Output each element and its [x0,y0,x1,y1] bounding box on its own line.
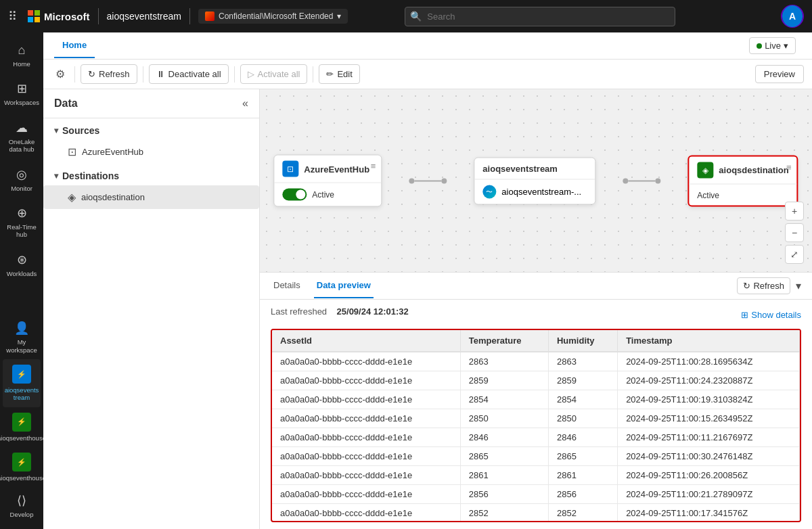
sidebar-item-monitor[interactable]: ◎ Monitor [3,162,41,198]
stream-node-header: aioqseventstream [474,158,595,179]
fit-view-button[interactable]: ⤢ [785,245,804,264]
table-row: a0a0a0a0-bbbb-cccc-dddd-e1e1e28462846202… [272,428,800,447]
cell-r5-c1: 2865 [460,447,548,466]
home-icon: ⌂ [18,43,26,58]
eventhub-icon: ⊡ [68,145,76,158]
sources-chevron-icon: ▾ [54,126,58,135]
sidebar-item-aioqs3[interactable]: ⚡ aioqseventhouse [3,447,41,487]
source-toggle[interactable] [282,189,307,201]
source-item-azureeventhub[interactable]: ⊡ AzureEventHub [43,140,259,164]
refresh-label: Refresh [99,69,130,79]
collapse-button[interactable]: « [242,97,248,110]
sidebar-item-workloads[interactable]: ⊛ Workloads [3,247,41,283]
destinations-section-header[interactable]: ▾ Destinations [43,164,259,185]
col-timestamp: Timestamp [618,330,800,352]
destination-item-aioqs[interactable]: ◈ aioqsdestination [43,185,259,209]
table-row: a0a0a0a0-bbbb-cccc-dddd-e1e1e28522852202… [272,504,800,523]
last-refreshed-label: Last refreshed [271,306,327,317]
source-flow-node[interactable]: ⊡ AzureEventHub Active [273,155,382,207]
canvas-viewport[interactable]: ⊡ AzureEventHub Active [260,89,812,272]
cell-r5-c3: 2024-09-25T11:00:30.2476148Z [618,447,800,466]
edit-button[interactable]: ✏ Edit [319,64,359,84]
tab-home[interactable]: Home [54,33,95,58]
source-toggle-row: Active [282,189,373,201]
bottom-tab-right: ↻ Refresh ▾ [737,277,801,294]
cell-r8-c2: 2852 [548,504,617,523]
table-row: a0a0a0a0-bbbb-cccc-dddd-e1e1e28592859202… [272,371,800,390]
dest-node-header: ◈ aioqsdestination [689,156,796,184]
tab-details[interactable]: Details [271,273,303,298]
source-node-body: Active [274,183,381,206]
tab-data-preview[interactable]: Data preview [314,273,374,298]
source-node-menu-icon[interactable]: ≡ [371,161,376,171]
cell-r2-c1: 2854 [460,390,548,409]
cell-r0-c0: a0a0a0a0-bbbb-cccc-dddd-e1e1e [272,352,460,371]
topbar-divider-1 [98,8,99,24]
settings-icon[interactable]: ⚙ [51,64,69,85]
col-assetid: AssetId [272,330,460,352]
data-table-wrap: AssetId Temperature Humidity Timestamp a… [271,329,801,522]
sidebar-label-myworkspace: My workspace [5,338,38,354]
dest-node-body: Active [689,184,796,205]
bottom-refresh-button[interactable]: ↻ Refresh [737,277,790,294]
canvas-controls: + − ⤢ [785,202,804,264]
sidebar-label-onelake: OneLake data hub [5,138,38,154]
cell-r4-c3: 2024-09-25T11:00:11.2167697Z [618,428,800,447]
sidebar-item-home[interactable]: ⌂ Home [3,38,41,73]
preview-button[interactable]: Preview [755,65,804,83]
expand-icon[interactable]: ▾ [796,279,801,292]
toggle-knob [296,190,305,200]
bottom-panel: Details Data preview ↻ Refresh ▾ [260,272,812,529]
cell-r1-c2: 2859 [548,371,617,390]
search-input[interactable] [405,7,675,26]
connector-1 [409,178,447,183]
tabbar-right: Live ▾ [749,37,801,54]
deactivate-label: Deactivate all [168,69,221,79]
cell-r1-c1: 2859 [460,371,548,390]
activate-all-button[interactable]: ▷ Activate all [240,64,308,84]
dest-node-menu-icon[interactable]: ≡ [786,162,792,172]
sidebar-item-onelake[interactable]: ☁ OneLake data hub [3,115,41,159]
table-row: a0a0a0a0-bbbb-cccc-dddd-e1e1e28632863202… [272,352,800,371]
show-details-icon: ⊞ [741,310,748,320]
cell-r7-c1: 2856 [460,485,548,504]
edit-icon: ✏ [326,69,334,79]
deactivate-all-button[interactable]: ⏸ Deactivate all [149,64,229,84]
sidebar-item-myworkspace[interactable]: 👤 My workspace [3,315,41,359]
cell-r3-c3: 2024-09-25T11:00:15.2634952Z [618,409,800,428]
bottom-refresh-icon: ↻ [743,281,750,291]
toolbar-right: Preview [755,65,804,83]
sidebar-label-home: Home [13,60,30,68]
cell-r4-c0: a0a0a0a0-bbbb-cccc-dddd-e1e1e [272,428,460,447]
live-badge[interactable]: Live ▾ [749,37,796,54]
stream-flow-node[interactable]: aioqseventstream 〜 aioqseventstream-... [474,157,595,204]
cell-r0-c1: 2863 [460,352,548,371]
grid-icon[interactable]: ⠿ [8,9,17,24]
refresh-button[interactable]: ↻ Refresh [81,64,137,84]
sidebar-item-develop[interactable]: ⟨⟩ Develop [3,488,41,524]
avatar[interactable]: A [782,5,803,27]
main: Home Live ▾ ⚙ ↻ Refresh ⏸ Deactivate all [43,32,812,529]
cell-r1-c0: a0a0a0a0-bbbb-cccc-dddd-e1e1e [272,371,460,390]
show-details-button[interactable]: ⊞ Show details [741,310,801,320]
aioqs1-icon: ⚡ [12,365,31,384]
cell-r6-c2: 2861 [548,466,617,485]
sidebar-label-aioqs1: aioqsevents tream [5,386,39,402]
search-icon: 🔍 [410,11,422,22]
sidebar-item-workspaces[interactable]: ⊞ Workspaces [3,76,41,112]
sources-section-header[interactable]: ▾ Sources [43,118,259,140]
dest-flow-node[interactable]: ◈ aioqsdestination Active ≡ [687,155,798,206]
bottom-tabs: Details Data preview ↻ Refresh ▾ [260,273,812,300]
badge-label: Confidential\Microsoft Extended [219,12,333,21]
zoom-out-button[interactable]: − [785,223,804,242]
cell-r2-c2: 2854 [548,390,617,409]
sidebar-item-aioqs2[interactable]: ⚡ aioqseventhouse [3,407,41,447]
source-item-label: AzureEventHub [82,147,143,157]
topbar-divider-2 [189,8,190,24]
sidebar-item-aioqs1[interactable]: ⚡ aioqsevents tream [3,359,41,407]
cell-r2-c0: a0a0a0a0-bbbb-cccc-dddd-e1e1e [272,390,460,409]
zoom-in-button[interactable]: + [785,202,804,221]
left-panel: Data « ▾ Sources ⊡ AzureEventHub ▾ Desti… [43,89,260,529]
sidebar-item-realtime[interactable]: ⊕ Real-Time hub [3,200,41,244]
conn-line-2 [628,180,655,181]
